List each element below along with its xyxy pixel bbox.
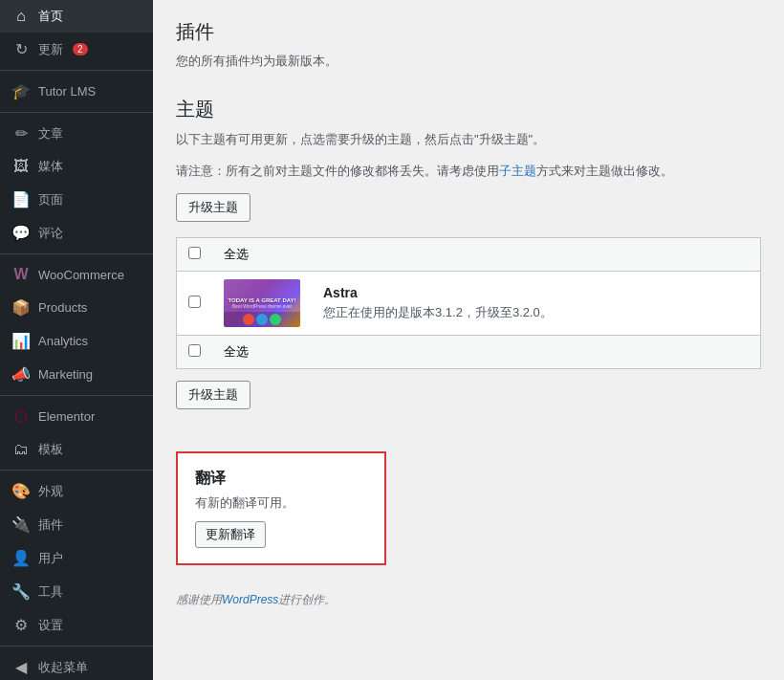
themes-notice2-post: 方式来对主题做出修改。 (536, 164, 673, 178)
updates-badge: 2 (73, 43, 88, 55)
updates-icon: ↻ (11, 40, 31, 58)
sidebar-item-templates[interactable]: 🗂 模板 (0, 433, 153, 466)
sidebar-item-elementor[interactable]: ⬡ Elementor (0, 400, 153, 433)
footer-post: 进行创作。 (278, 593, 336, 606)
translation-desc: 有新的翻译可用。 (195, 494, 367, 512)
themes-section: 主题 以下主题有可用更新，点选需要升级的主题，然后点击"升级主题"。 请注意：所… (176, 97, 761, 425)
themes-notice1: 以下主题有可用更新，点选需要升级的主题，然后点击"升级主题"。 (176, 130, 761, 150)
sidebar-item-label: Analytics (38, 334, 88, 348)
theme-name: Astra (323, 285, 553, 300)
sidebar-divider-1 (0, 70, 153, 71)
sidebar-divider-6 (0, 646, 153, 647)
media-icon: 🖼 (11, 158, 31, 175)
sidebar-item-label: 文章 (38, 125, 63, 143)
sidebar-item-settings[interactable]: ⚙ 设置 (0, 608, 153, 642)
templates-icon: 🗂 (11, 441, 31, 458)
sidebar-item-label: Products (38, 300, 87, 315)
analytics-icon: 📊 (11, 332, 31, 350)
sidebar-item-label: 评论 (38, 225, 63, 242)
sidebar-item-tools[interactable]: 🔧 工具 (0, 575, 153, 608)
plugins-section-title: 插件 (176, 19, 761, 45)
astra-checkbox[interactable] (188, 296, 201, 308)
sidebar-divider-2 (0, 112, 153, 113)
sidebar-item-label: Tutor LMS (38, 84, 96, 99)
sidebar-item-collapse[interactable]: ◀ 收起菜单 (0, 650, 153, 680)
sidebar-item-label: 工具 (38, 583, 63, 601)
select-all-checkbox-top[interactable] (188, 247, 201, 259)
sidebar-item-label: 媒体 (38, 158, 63, 175)
marketing-icon: 📣 (11, 365, 31, 384)
pages-icon: 📄 (11, 190, 31, 208)
sidebar-item-label: Elementor (38, 409, 95, 424)
sidebar-item-label: 更新 (38, 41, 63, 58)
translation-title: 翻译 (195, 469, 367, 489)
sidebar-item-label: WooCommerce (38, 268, 124, 282)
select-all-label-bottom: 全选 (224, 344, 249, 359)
sidebar-item-tutor-lms[interactable]: 🎓 Tutor LMS (0, 75, 153, 108)
theme-select-all-row-top: 全选 (177, 237, 761, 271)
sidebar-item-users[interactable]: 👤 用户 (0, 541, 153, 575)
settings-icon: ⚙ (11, 616, 31, 634)
sidebar-item-label: 外观 (38, 483, 63, 500)
upgrade-themes-button-bottom[interactable]: 升级主题 (176, 381, 250, 409)
sidebar-item-label: 收起菜单 (38, 659, 88, 676)
sidebar-item-updates[interactable]: ↻ 更新 2 (0, 33, 153, 66)
sidebar-item-analytics[interactable]: 📊 Analytics (0, 324, 153, 358)
plugins-icon: 🔌 (11, 515, 31, 534)
footer-pre: 感谢使用 (176, 593, 222, 606)
users-icon: 👤 (11, 549, 31, 567)
sidebar-item-articles[interactable]: ✏ 文章 (0, 117, 153, 150)
avatar-2 (256, 314, 268, 325)
theme-row-astra: TODAY IS A GREAT DAY! Best WordPress the… (177, 271, 761, 335)
sidebar-item-label: 设置 (38, 617, 63, 634)
thumbnail-avatars (224, 312, 300, 327)
sidebar-item-label: 首页 (38, 8, 63, 25)
themes-section-title: 主题 (176, 97, 761, 122)
select-all-label-top: 全选 (224, 247, 249, 261)
translation-section: 翻译 有新的翻译可用。 更新翻译 (176, 451, 386, 565)
themes-notice2-link[interactable]: 子主题 (499, 164, 536, 178)
sidebar-item-label: 页面 (38, 191, 63, 208)
sidebar-item-marketing[interactable]: 📣 Marketing (0, 358, 153, 391)
sidebar-item-home[interactable]: ⌂ 首页 (0, 0, 153, 33)
avatar-3 (270, 314, 281, 325)
sidebar-item-pages[interactable]: 📄 页面 (0, 183, 153, 216)
sidebar-item-woocommerce[interactable]: W WooCommerce (0, 258, 153, 291)
sidebar-item-label: 用户 (38, 550, 63, 567)
products-icon: 📦 (11, 298, 31, 317)
sidebar-divider-3 (0, 253, 153, 254)
theme-info: Astra 您正在使用的是版本3.1.2，升级至3.2.0。 (323, 285, 749, 321)
sidebar-divider-4 (0, 395, 153, 396)
astra-thumbnail: TODAY IS A GREAT DAY! Best WordPress the… (224, 279, 300, 327)
select-all-checkbox-bottom[interactable] (188, 344, 201, 357)
update-translation-button[interactable]: 更新翻译 (195, 521, 266, 548)
sidebar-item-label: 模板 (38, 441, 63, 458)
tools-icon: 🔧 (11, 582, 31, 601)
tutor-lms-icon: 🎓 (11, 82, 31, 100)
comments-icon: 💬 (11, 224, 31, 242)
footer-link[interactable]: WordPress (222, 593, 278, 606)
themes-notice2-pre: 请注意：所有之前对主题文件的修改都将丢失。请考虑使用 (176, 164, 499, 178)
plugins-section-desc: 您的所有插件均为最新版本。 (176, 53, 761, 70)
sidebar-item-label: Marketing (38, 367, 93, 382)
sidebar-item-appearance[interactable]: 🎨 外观 (0, 474, 153, 508)
sidebar-divider-5 (0, 470, 153, 471)
sidebar-item-media[interactable]: 🖼 媒体 (0, 150, 153, 183)
themes-notice2: 请注意：所有之前对主题文件的修改都将丢失。请考虑使用子主题方式来对主题做出修改。 (176, 162, 761, 182)
sidebar-item-products[interactable]: 📦 Products (0, 291, 153, 324)
theme-description: 您正在使用的是版本3.1.2，升级至3.2.0。 (323, 304, 553, 321)
sidebar-item-label: 插件 (38, 516, 63, 534)
sidebar-item-plugins[interactable]: 🔌 插件 (0, 508, 153, 541)
upgrade-themes-button-top[interactable]: 升级主题 (176, 193, 250, 222)
elementor-icon: ⬡ (11, 407, 31, 426)
collapse-icon: ◀ (11, 658, 31, 676)
sidebar: ⌂ 首页 ↻ 更新 2 🎓 Tutor LMS ✏ 文章 🖼 媒体 📄 页面 💬… (0, 0, 153, 680)
avatar-1 (243, 314, 254, 325)
plugins-section: 插件 您的所有插件均为最新版本。 (176, 19, 761, 70)
woocommerce-icon: W (11, 266, 31, 283)
theme-select-all-row-bottom: 全选 (177, 335, 761, 368)
themes-table: 全选 TODAY IS A GREAT DAY! Best WordPress … (176, 237, 761, 369)
appearance-icon: 🎨 (11, 482, 31, 500)
sidebar-item-comments[interactable]: 💬 评论 (0, 216, 153, 250)
articles-icon: ✏ (11, 124, 31, 143)
